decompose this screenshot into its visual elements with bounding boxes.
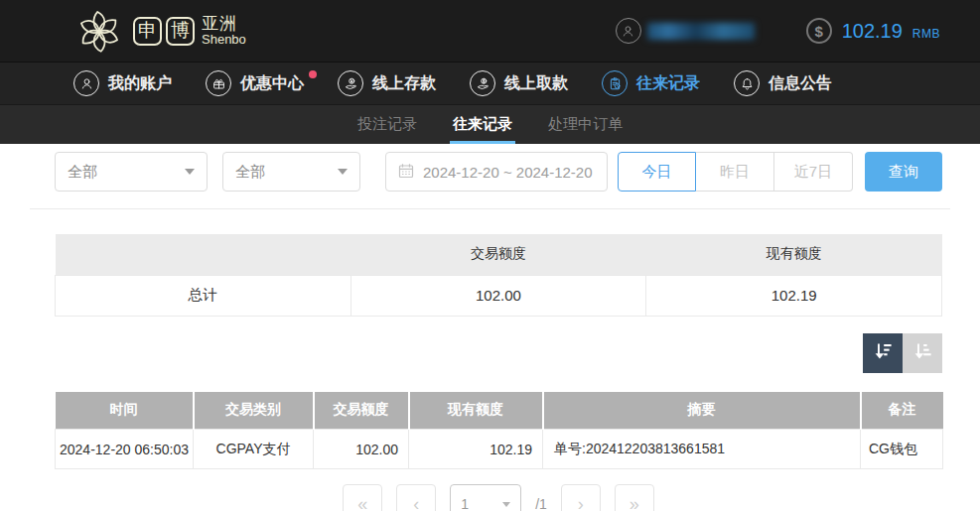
- pagination: « ‹ 1 /1 › »: [55, 484, 942, 511]
- chevron-down-icon: [338, 169, 348, 175]
- cell-time: 2024-12-20 06:50:03: [56, 430, 194, 469]
- col-header-remark: 备注: [861, 392, 943, 430]
- tab-bet-records[interactable]: 投注记录: [354, 105, 420, 144]
- nav-label: 信息公告: [769, 73, 832, 94]
- last-page-button[interactable]: »: [615, 484, 654, 511]
- type-select-value: 全部: [68, 163, 97, 182]
- nav-item-deposit[interactable]: 线上存款: [338, 70, 436, 96]
- cell-amount: 102.00: [314, 430, 409, 469]
- calendar-icon: [398, 163, 414, 182]
- summary-total-balance: 102.19: [646, 275, 942, 316]
- logo-char-box: 博: [166, 17, 195, 46]
- search-button[interactable]: 查询: [865, 152, 942, 192]
- user-circle-icon: [616, 18, 641, 44]
- main-nav: 我的账户 优惠中心 线上存款 线上取款 往来记录 信息公告: [0, 62, 980, 104]
- summary-total-row: 总计 102.00 102.19: [56, 275, 942, 316]
- balance-display: $ 102.19 RMB: [806, 18, 940, 44]
- quick-last7days-button[interactable]: 近7日: [774, 152, 853, 192]
- category-select[interactable]: 全部: [222, 152, 360, 192]
- user-icon: [73, 70, 99, 96]
- tab-transaction-records[interactable]: 往来记录: [450, 105, 515, 144]
- nav-item-withdraw[interactable]: 线上取款: [470, 70, 568, 96]
- nav-item-promotions[interactable]: 优惠中心: [206, 70, 304, 96]
- nav-label: 我的账户: [108, 73, 172, 94]
- record-tabs: 投注记录 往来记录 处理中订单: [0, 104, 980, 144]
- nav-label: 优惠中心: [240, 73, 304, 94]
- user-account: [616, 18, 755, 44]
- summary-header-empty: [56, 234, 351, 275]
- sort-asc-button[interactable]: [903, 333, 942, 373]
- cell-balance: 102.19: [409, 430, 543, 469]
- cell-remark: CG钱包: [861, 430, 943, 469]
- cell-summary: 单号:202412203813661581: [543, 430, 861, 469]
- nav-item-transactions[interactable]: 往来记录: [602, 70, 700, 96]
- content-area: 全部 全部 2024-12-20 ~ 2024-12-20 今日 昨日 近7日 …: [0, 144, 980, 511]
- header-right: $ 102.19 RMB: [616, 18, 940, 44]
- tab-pending-orders[interactable]: 处理中订单: [545, 105, 626, 144]
- date-range-value: 2024-12-20 ~ 2024-12-20: [423, 164, 593, 181]
- col-header-amount: 交易额度: [314, 392, 409, 430]
- prev-page-button[interactable]: ‹: [396, 484, 436, 511]
- nav-label: 线上取款: [504, 73, 568, 94]
- first-page-button[interactable]: «: [343, 484, 382, 511]
- logo-region-cn: 亚洲: [202, 15, 246, 34]
- section-divider: [30, 208, 950, 209]
- page-total-label: /1: [535, 484, 547, 511]
- summary-header-balance: 现有额度: [646, 234, 942, 275]
- col-header-balance: 现有额度: [409, 392, 543, 430]
- table-row: 2024-12-20 06:50:03 CGPAY支付 102.00 102.1…: [56, 430, 943, 469]
- flower-logo-icon: [73, 5, 125, 57]
- deposit-icon: [338, 70, 363, 96]
- chevron-down-icon: [185, 169, 195, 175]
- category-select-value: 全部: [235, 163, 265, 182]
- quick-yesterday-button[interactable]: 昨日: [696, 152, 774, 192]
- sort-asc-icon: [911, 340, 933, 366]
- logo-region: 亚洲 Shenbo: [202, 15, 246, 48]
- page-select-value: 1: [461, 496, 469, 511]
- brand-logo[interactable]: 申 博 亚洲 Shenbo: [73, 5, 246, 57]
- app-header: 申 博 亚洲 Shenbo $ 102.19 RMB: [0, 0, 980, 62]
- nav-item-announcements[interactable]: 信息公告: [734, 70, 832, 96]
- next-page-button[interactable]: ›: [561, 484, 601, 511]
- col-header-type: 交易类别: [194, 392, 314, 430]
- summary-total-transaction: 102.00: [350, 275, 646, 316]
- masked-username: [647, 23, 755, 40]
- summary-header-transaction: 交易额度: [350, 234, 646, 275]
- gift-icon: [206, 70, 231, 96]
- summary-table: 交易额度 现有额度 总计 102.00 102.19: [55, 234, 942, 317]
- type-select[interactable]: 全部: [55, 152, 208, 192]
- nav-item-my-account[interactable]: 我的账户: [73, 70, 172, 96]
- bell-icon: [734, 70, 760, 96]
- chevron-down-icon: [502, 502, 510, 507]
- balance-amount: 102.19: [842, 20, 903, 43]
- dollar-circle-icon: $: [806, 18, 832, 44]
- nav-label: 线上存款: [372, 73, 436, 94]
- filter-row: 全部 全部 2024-12-20 ~ 2024-12-20 今日 昨日 近7日 …: [55, 152, 942, 192]
- records-icon: [602, 70, 628, 96]
- notification-dot: [309, 70, 317, 78]
- summary-header-row: 交易额度 现有额度: [56, 234, 942, 275]
- balance-currency: RMB: [912, 22, 940, 41]
- logo-brand-en: Shenbo: [202, 33, 246, 47]
- nav-label: 往来记录: [636, 73, 700, 94]
- cell-type: CGPAY支付: [194, 430, 314, 469]
- date-range-input[interactable]: 2024-12-20 ~ 2024-12-20: [385, 152, 608, 192]
- logo-char-box: 申: [133, 17, 162, 46]
- withdraw-icon: [470, 70, 495, 96]
- summary-total-label: 总计: [56, 275, 351, 316]
- col-header-time: 时间: [56, 392, 194, 430]
- col-header-summary: 摘要: [543, 392, 861, 430]
- sort-controls: [55, 333, 942, 373]
- table-header-row: 时间 交易类别 交易额度 现有额度 摘要 备注: [56, 392, 943, 430]
- quick-today-button[interactable]: 今日: [618, 152, 696, 192]
- transactions-table: 时间 交易类别 交易额度 现有额度 摘要 备注 2024-12-20 06:50…: [55, 392, 943, 470]
- sort-desc-icon: [872, 340, 894, 366]
- quick-date-group: 今日 昨日 近7日: [618, 152, 853, 192]
- sort-desc-button[interactable]: [863, 333, 903, 373]
- page-select[interactable]: 1: [450, 484, 521, 511]
